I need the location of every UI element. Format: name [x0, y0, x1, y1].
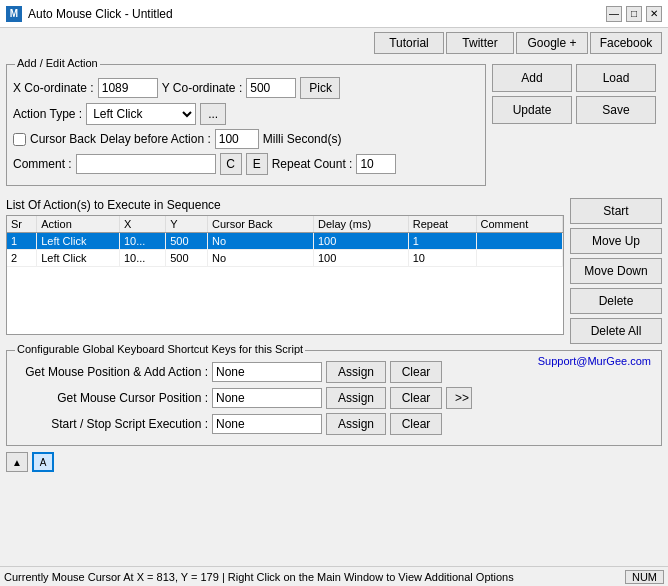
title-bar: M Auto Mouse Click - Untitled — □ ✕	[0, 0, 668, 28]
tutorial-button[interactable]: Tutorial	[374, 32, 444, 54]
up-nav-button[interactable]: ▲	[6, 452, 28, 472]
minimize-button[interactable]: —	[606, 6, 622, 22]
action-type-select[interactable]: Left Click Right Click Double Click Midd…	[86, 103, 196, 125]
save-button[interactable]: Save	[576, 96, 656, 124]
col-delay: Delay (ms)	[313, 216, 408, 233]
keyboard-section: Configurable Global Keyboard Shortcut Ke…	[6, 350, 662, 446]
clear-button-1[interactable]: Clear	[390, 387, 442, 409]
clear-button-0[interactable]: Clear	[390, 361, 442, 383]
cursor-back-checkbox[interactable]	[13, 133, 26, 146]
col-x: X	[119, 216, 165, 233]
assign-button-2[interactable]: Assign	[326, 413, 386, 435]
keyboard-row-label: Get Mouse Position & Add Action :	[13, 365, 208, 379]
comment-label: Comment :	[13, 157, 72, 171]
status-text: Currently Mouse Cursor At X = 813, Y = 1…	[4, 571, 514, 583]
keyboard-row: Start / Stop Script Execution :AssignCle…	[13, 413, 655, 435]
c-button[interactable]: C	[220, 153, 242, 175]
pick-button[interactable]: Pick	[300, 77, 340, 99]
move-down-button[interactable]: Move Down	[570, 258, 662, 284]
keyboard-row-label: Start / Stop Script Execution :	[13, 417, 208, 431]
keyboard-input-2[interactable]	[212, 414, 322, 434]
action-type-label: Action Type :	[13, 107, 82, 121]
actions-table-container: Sr Action X Y Cursor Back Delay (ms) Rep…	[6, 215, 564, 335]
keyboard-section-title: Configurable Global Keyboard Shortcut Ke…	[15, 343, 305, 355]
side-buttons-panel: Start Move Up Move Down Delete Delete Al…	[570, 198, 662, 344]
keyboard-row-label: Get Mouse Cursor Position :	[13, 391, 208, 405]
restore-button[interactable]: □	[626, 6, 642, 22]
delete-all-button[interactable]: Delete All	[570, 318, 662, 344]
load-button[interactable]: Load	[576, 64, 656, 92]
x-coord-label: X Co-ordinate :	[13, 81, 94, 95]
move-up-button[interactable]: Move Up	[570, 228, 662, 254]
milli-label: Milli Second(s)	[263, 132, 342, 146]
num-badge: NUM	[625, 570, 664, 584]
add-edit-action-title: Add / Edit Action	[15, 57, 100, 69]
col-y: Y	[166, 216, 208, 233]
x-coord-input[interactable]	[98, 78, 158, 98]
table-row[interactable]: 2 Left Click 10... 500 No 100 10	[7, 250, 563, 267]
google-button[interactable]: Google +	[516, 32, 588, 54]
support-link[interactable]: Support@MurGee.com	[538, 355, 651, 367]
ellipsis-button[interactable]: ...	[200, 103, 226, 125]
app-icon: M	[6, 6, 22, 22]
keyboard-row: Get Mouse Cursor Position :AssignClear>>	[13, 387, 655, 409]
col-cursor-back: Cursor Back	[207, 216, 313, 233]
col-repeat: Repeat	[408, 216, 476, 233]
twitter-button[interactable]: Twitter	[446, 32, 514, 54]
facebook-button[interactable]: Facebook	[590, 32, 662, 54]
a-nav-button[interactable]: A	[32, 452, 54, 472]
delay-input[interactable]	[215, 129, 259, 149]
repeat-count-input[interactable]	[356, 154, 396, 174]
actions-list-title: List Of Action(s) to Execute in Sequence	[6, 198, 564, 212]
y-coord-label: Y Co-ordinate :	[162, 81, 243, 95]
add-edit-action-group: Add / Edit Action X Co-ordinate : Y Co-o…	[6, 64, 486, 186]
col-comment: Comment	[476, 216, 562, 233]
delay-label: Delay before Action :	[100, 132, 211, 146]
clear-button-2[interactable]: Clear	[390, 413, 442, 435]
col-sr: Sr	[7, 216, 37, 233]
keyboard-input-1[interactable]	[212, 388, 322, 408]
assign-button-0[interactable]: Assign	[326, 361, 386, 383]
keyboard-input-0[interactable]	[212, 362, 322, 382]
assign-button-1[interactable]: Assign	[326, 387, 386, 409]
update-button[interactable]: Update	[492, 96, 572, 124]
table-row[interactable]: 1 Left Click 10... 500 No 100 1	[7, 233, 563, 250]
close-button[interactable]: ✕	[646, 6, 662, 22]
col-action: Action	[37, 216, 120, 233]
repeat-count-label: Repeat Count :	[272, 157, 353, 171]
status-bar: Currently Mouse Cursor At X = 813, Y = 1…	[0, 566, 668, 586]
y-coord-input[interactable]	[246, 78, 296, 98]
arrow-button[interactable]: >>	[446, 387, 472, 409]
e-button[interactable]: E	[246, 153, 268, 175]
start-button[interactable]: Start	[570, 198, 662, 224]
window-title: Auto Mouse Click - Untitled	[28, 7, 606, 21]
delete-button[interactable]: Delete	[570, 288, 662, 314]
cursor-back-label: Cursor Back	[30, 132, 96, 146]
add-button[interactable]: Add	[492, 64, 572, 92]
comment-input[interactable]	[76, 154, 216, 174]
